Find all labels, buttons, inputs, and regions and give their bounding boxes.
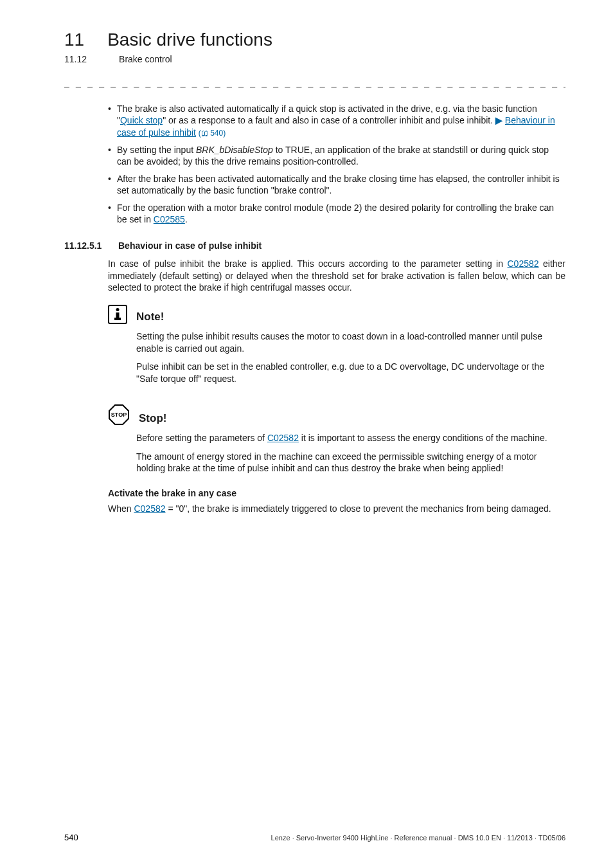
section-number: 11.12 — [64, 54, 87, 64]
subsection-number: 11.12.5.1 — [64, 240, 108, 251]
para-text: In case of pulse inhibit the brake is ap… — [108, 258, 507, 269]
subsection-header: 11.12.5.1 Behaviour in case of pulse inh… — [64, 240, 565, 251]
stop-paragraph: The amount of energy stored in the machi… — [136, 451, 565, 475]
bullet-text: By setting the input — [117, 145, 196, 155]
note-paragraph: Pulse inhibit can be set in the enabled … — [136, 361, 565, 384]
stop-title: Stop! — [139, 411, 166, 426]
chapter-number: 11 — [64, 30, 84, 50]
bullet-item: The brake is also activated automaticall… — [108, 103, 565, 139]
subsection-paragraph: In case of pulse inhibit the brake is ap… — [108, 258, 565, 293]
arrow-icon: ▶ — [495, 115, 502, 125]
note-title: Note! — [136, 310, 164, 324]
code-parameter: BRK_bDisableStop — [196, 145, 273, 155]
chapter-header: 11 Basic drive functions — [64, 30, 565, 50]
page-footer: 540 Lenze · Servo-Inverter 9400 HighLine… — [64, 833, 565, 842]
bullet-text: . — [185, 214, 188, 224]
para-text: = "0", the brake is immediately triggere… — [166, 503, 551, 514]
note-paragraph: Setting the pulse inhibit results causes… — [136, 330, 565, 354]
link-quick-stop[interactable]: Quick stop — [120, 115, 163, 125]
section-title: Brake control — [119, 54, 172, 64]
page-ref-number: 540) — [208, 129, 226, 138]
activate-heading: Activate the brake in any case — [108, 487, 565, 499]
link-c02585[interactable]: C02585 — [154, 214, 185, 224]
subsection-title: Behaviour in case of pulse inhibit — [118, 240, 262, 251]
stop-callout: STOP Stop! Before setting the parameters… — [108, 404, 565, 474]
divider-dashes: _ _ _ _ _ _ _ _ _ _ _ _ _ _ _ _ _ _ _ _ … — [64, 77, 565, 87]
page-reference: (🕮 540) — [199, 129, 226, 138]
bullet-item: By setting the input BRK_bDisableStop to… — [108, 144, 565, 168]
stop-icon: STOP — [108, 404, 130, 426]
link-c02582[interactable]: C02582 — [134, 503, 165, 514]
para-text: it is important to assess the energy con… — [299, 433, 547, 443]
link-c02582[interactable]: C02582 — [507, 258, 538, 269]
page-number: 540 — [64, 833, 78, 842]
note-callout: Note! Setting the pulse inhibit results … — [108, 305, 565, 384]
footer-right-text: Lenze · Servo-Inverter 9400 HighLine · R… — [271, 834, 565, 842]
section-header: 11.12 Brake control — [64, 54, 565, 64]
info-icon — [108, 305, 127, 324]
stop-paragraph: Before setting the parameters of C02582 … — [136, 432, 565, 444]
book-icon: 🕮 — [201, 129, 208, 138]
bullet-text: After the brake has been activated autom… — [117, 174, 560, 195]
svg-text:STOP: STOP — [111, 411, 127, 418]
chapter-title: Basic drive functions — [107, 30, 272, 50]
link-c02582[interactable]: C02582 — [267, 433, 299, 443]
para-text: Before setting the parameters of — [136, 433, 267, 443]
activate-paragraph: When C02582 = "0", the brake is immediat… — [108, 503, 565, 514]
bullet-item: For the operation with a motor brake con… — [108, 202, 565, 226]
para-text: When — [108, 503, 134, 514]
bullet-text: " or as a response to a fault and also i… — [163, 115, 495, 125]
bullet-item: After the brake has been activated autom… — [108, 173, 565, 197]
